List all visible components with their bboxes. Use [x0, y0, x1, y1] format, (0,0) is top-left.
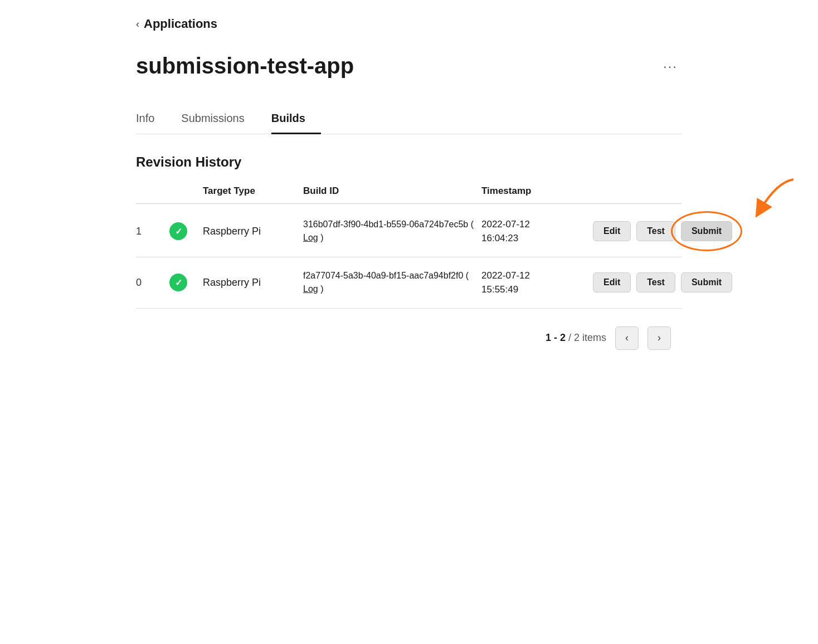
row-2-build-id: f2a77074-5a3b-40a9-bf15-aac7a94bf2f0 ( L… — [303, 269, 481, 296]
row-1-test-button[interactable]: Test — [636, 221, 675, 241]
col-header-target: Target Type — [203, 186, 303, 197]
row-1-edit-button[interactable]: Edit — [593, 221, 631, 241]
row-1-submit-button[interactable]: Submit — [681, 221, 732, 241]
table-row: 0 Raspberry Pi f2a77074-5a3b-40a9-bf15-a… — [136, 257, 682, 309]
tab-info[interactable]: Info — [136, 105, 170, 134]
section-title: Revision History — [136, 154, 682, 170]
row-2-timestamp: 2022-07-12 15:55:49 — [481, 269, 593, 297]
row-2-test-button[interactable]: Test — [636, 272, 675, 292]
row-2-edit-button[interactable]: Edit — [593, 272, 631, 292]
pagination-info: 1 - 2 / 2 items — [546, 332, 606, 344]
success-icon — [169, 274, 187, 291]
success-icon — [169, 222, 187, 240]
pagination-prev-button[interactable]: ‹ — [615, 326, 639, 350]
row-1-actions: Edit Test Submit — [593, 221, 732, 241]
row-2-log-link[interactable]: Log — [303, 284, 318, 294]
builds-table-container: Revision History Target Type Build ID Ti… — [136, 154, 682, 309]
app-header: submission-test-app ··· — [136, 53, 682, 79]
row-1-submit-wrapper: Submit — [681, 221, 732, 241]
row-2-actions: Edit Test Submit — [593, 272, 732, 292]
row-1-status — [169, 222, 203, 240]
more-menu-button[interactable]: ··· — [659, 54, 682, 79]
back-arrow-icon: ‹ — [136, 18, 139, 30]
table-header: Target Type Build ID Timestamp — [136, 186, 682, 204]
col-header-num — [136, 186, 169, 197]
pagination-next-button[interactable]: › — [647, 326, 671, 350]
row-1-target: Raspberry Pi — [203, 226, 303, 237]
app-title: submission-test-app — [136, 53, 354, 79]
tabs-container: Info Submissions Builds — [136, 105, 682, 134]
table-row: 1 Raspberry Pi 316b07df-3f90-4bd1-b559-0… — [136, 206, 682, 257]
row-1-build-id: 316b07df-3f90-4bd1-b559-06a724b7ec5b ( L… — [303, 218, 481, 245]
col-header-buildid: Build ID — [303, 186, 481, 197]
row-1-timestamp: 2022-07-12 16:04:23 — [481, 217, 593, 246]
page-wrapper: ‹ Applications submission-test-app ··· I… — [103, 0, 715, 383]
col-header-actions — [593, 186, 682, 197]
tab-builds[interactable]: Builds — [271, 105, 321, 134]
row-2-status — [169, 274, 203, 291]
tab-submissions[interactable]: Submissions — [181, 105, 260, 134]
row-1-num: 1 — [136, 226, 169, 237]
row-2-num: 0 — [136, 277, 169, 289]
back-nav[interactable]: ‹ Applications — [136, 17, 682, 31]
col-header-status — [169, 186, 203, 197]
row-2-target: Raspberry Pi — [203, 277, 303, 289]
col-header-timestamp: Timestamp — [481, 186, 593, 197]
orange-arrow-annotation — [743, 177, 799, 221]
back-nav-label: Applications — [144, 17, 217, 31]
pagination: 1 - 2 / 2 items ‹ › — [136, 326, 682, 350]
row-2-submit-button[interactable]: Submit — [681, 272, 732, 292]
row-1-log-link[interactable]: Log — [303, 233, 318, 242]
